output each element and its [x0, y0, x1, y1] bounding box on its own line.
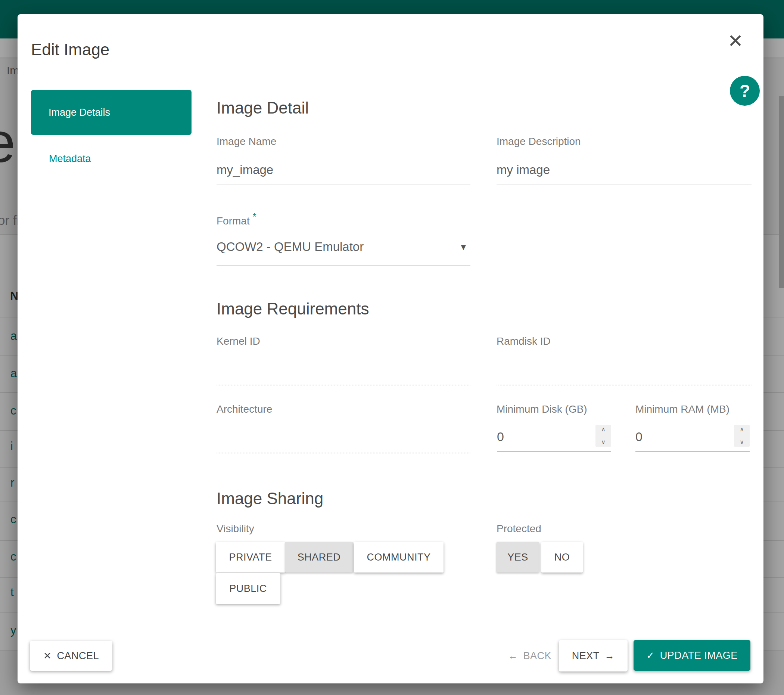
back-label: BACK	[523, 650, 552, 662]
update-image-label: UPDATE IMAGE	[660, 650, 738, 661]
update-image-button[interactable]: ✓ UPDATE IMAGE	[634, 640, 750, 671]
input-underline	[497, 451, 611, 452]
next-label: NEXT	[572, 650, 600, 662]
kernel-id-label: Kernel ID	[217, 335, 260, 347]
image-description-input[interactable]: my image	[497, 160, 751, 185]
image-name-label: Image Name	[217, 135, 276, 147]
close-icon[interactable]: ✕	[724, 30, 747, 52]
tab-image-details[interactable]: Image Details	[31, 90, 191, 135]
section-heading-image-sharing: Image Sharing	[217, 489, 323, 508]
min-ram-spinner[interactable]: ∧ ∨	[734, 425, 749, 447]
next-button[interactable]: NEXT →	[559, 640, 628, 672]
min-disk-value: 0	[497, 425, 611, 444]
chevron-up-icon[interactable]: ∧	[601, 426, 606, 433]
edit-image-modal: Edit Image ✕ ? Image Details Metadata Im…	[18, 14, 763, 683]
input-underline	[636, 451, 749, 452]
format-value: QCOW2 - QEMU Emulator	[217, 240, 364, 254]
min-disk-label: Minimum Disk (GB)	[497, 403, 587, 415]
section-heading-image-detail: Image Detail	[217, 99, 309, 117]
min-ram-label: Minimum RAM (MB)	[636, 403, 730, 415]
ramdisk-id-label: Ramdisk ID	[497, 335, 551, 347]
input-underline	[497, 184, 751, 185]
kernel-id-input[interactable]	[217, 362, 470, 385]
min-disk-spinner[interactable]: ∧ ∨	[595, 425, 611, 447]
visibility-community-button[interactable]: COMMUNITY	[354, 542, 443, 573]
protected-yes-button[interactable]: YES	[497, 542, 539, 573]
image-name-input[interactable]: my_image	[217, 160, 470, 185]
next-arrow-icon: →	[605, 650, 615, 662]
min-ram-value: 0	[636, 425, 749, 444]
tab-metadata[interactable]: Metadata	[49, 153, 91, 165]
visibility-private-button[interactable]: PRIVATE	[216, 542, 285, 573]
format-label: Format*	[217, 215, 256, 227]
select-underline	[217, 265, 470, 266]
input-underline	[217, 184, 470, 185]
input-underline-dotted	[497, 385, 751, 385]
visibility-public-button[interactable]: PUBLIC	[216, 573, 280, 604]
visibility-label: Visibility	[217, 523, 254, 535]
chevron-up-icon[interactable]: ∧	[740, 426, 744, 433]
visibility-shared-button[interactable]: SHARED	[285, 542, 353, 573]
protected-label: Protected	[497, 523, 541, 535]
input-underline-dotted	[217, 385, 470, 385]
required-star-icon: *	[253, 211, 257, 222]
image-name-value: my_image	[217, 160, 470, 177]
protected-no-button[interactable]: NO	[541, 542, 583, 573]
back-button[interactable]: ← BACK	[492, 641, 567, 671]
cancel-x-icon: ✕	[43, 650, 51, 662]
image-description-value: my image	[497, 160, 751, 177]
cancel-button[interactable]: ✕ CANCEL	[30, 641, 112, 671]
cancel-label: CANCEL	[57, 650, 99, 662]
ramdisk-id-input[interactable]	[497, 362, 751, 385]
format-select[interactable]: QCOW2 - QEMU Emulator ▾	[217, 240, 470, 254]
min-ram-stepper[interactable]: 0 ∧ ∨	[636, 425, 749, 452]
min-disk-stepper[interactable]: 0 ∧ ∨	[497, 425, 611, 452]
input-underline-dotted	[217, 452, 470, 453]
chevron-down-icon[interactable]: ∨	[740, 439, 744, 445]
chevron-down-icon[interactable]: ∨	[601, 439, 606, 445]
chevron-down-icon: ▾	[461, 241, 466, 253]
check-icon: ✓	[646, 650, 654, 661]
tab-image-details-label: Image Details	[49, 107, 110, 118]
image-description-label: Image Description	[497, 135, 581, 147]
help-icon[interactable]: ?	[730, 76, 760, 106]
section-heading-image-requirements: Image Requirements	[217, 299, 369, 318]
back-arrow-icon: ←	[508, 650, 518, 662]
architecture-input[interactable]	[217, 429, 470, 453]
architecture-label: Architecture	[217, 403, 272, 415]
modal-title: Edit Image	[31, 40, 109, 59]
